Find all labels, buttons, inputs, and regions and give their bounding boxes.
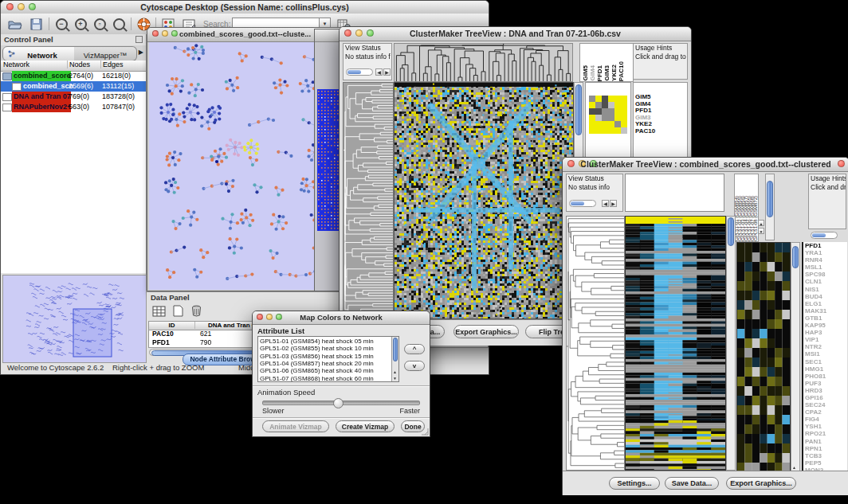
- tv2-gene-label[interactable]: NIS1: [803, 286, 847, 293]
- move-up-button[interactable]: ^: [404, 344, 425, 354]
- tv1-column-label[interactable]: PAC10: [618, 61, 625, 81]
- tv1-column-label[interactable]: GIM5: [582, 65, 589, 81]
- scroll-left-icon[interactable]: ◀: [375, 68, 383, 76]
- tv2-gene-label[interactable]: BUD4: [803, 293, 847, 300]
- tv2-gene-label[interactable]: PEP5: [803, 459, 847, 467]
- delete-attribute-icon[interactable]: [188, 303, 204, 318]
- network-table-header[interactable]: Network Nodes Edges: [1, 61, 146, 72]
- tv2-gene-label[interactable]: PFD1: [803, 242, 847, 249]
- attribute-list-item[interactable]: GPL51-01 (GSM854) heat shock 05 min: [260, 338, 374, 345]
- tv1-status-scrollbar[interactable]: [346, 68, 373, 76]
- scroll-down-icon[interactable]: ▼: [393, 376, 397, 381]
- network-row[interactable]: combined_sco2569(6)13112(15): [1, 81, 146, 92]
- tv2-gene-label[interactable]: CPA2: [803, 408, 847, 416]
- tv2-gene-label[interactable]: HAP3: [803, 329, 847, 336]
- tv2-gene-label[interactable]: HRD3: [803, 387, 847, 394]
- attribute-list-vscrollbar[interactable]: ▲ ▼: [391, 337, 398, 381]
- tv2-gene-label[interactable]: SEC1: [803, 358, 847, 365]
- tv2-row-dendrogram[interactable]: [566, 216, 625, 471]
- attribute-list[interactable]: ▲ ▼ GPL51-01 (GSM854) heat shock 05 minG…: [257, 336, 399, 382]
- tv2-heatmap-vscrollbar[interactable]: [726, 216, 736, 471]
- zoom-in-icon[interactable]: +: [73, 17, 88, 32]
- tv1-column-label[interactable]: PFD1: [596, 65, 603, 81]
- attribute-list-item[interactable]: GPL51-03 (GSM856) heat shock 15 min: [260, 353, 374, 360]
- tv2-heatmap[interactable]: [625, 216, 726, 471]
- tv2-column-label[interactable]: GPL51-08 (GSM872): [754, 196, 757, 241]
- tv1-column-label[interactable]: GIM3: [603, 65, 610, 81]
- tv2-gene-label[interactable]: SEC24: [803, 401, 847, 408]
- tv2-gene-label[interactable]: ELG1: [803, 300, 847, 307]
- network-row[interactable]: RNAPuberNov2+|563(0)107847(0): [1, 102, 146, 112]
- tv2-gene-label[interactable]: PAN1: [803, 438, 847, 445]
- scroll-left-icon[interactable]: ◀: [602, 200, 609, 207]
- tv1-column-label[interactable]: GIM4: [589, 65, 596, 81]
- resize-grip-icon[interactable]: [422, 428, 429, 436]
- tv1-export-graphics--button[interactable]: Export Graphics...: [453, 325, 519, 338]
- tv2-column-dendrogram[interactable]: [625, 174, 724, 212]
- tv2-gene-label[interactable]: MSI1: [803, 350, 847, 357]
- tv1-column-label[interactable]: YKE2: [610, 64, 618, 81]
- attribute-list-item[interactable]: GPL51-06 (GSM865) heat shock 40 min: [260, 367, 374, 374]
- tv2-gene-label[interactable]: PHO81: [803, 373, 847, 380]
- tv2-zoom-heatmap[interactable]: [736, 242, 791, 471]
- tv2-labels-vscrollbar[interactable]: [765, 174, 775, 240]
- open-file-icon[interactable]: [7, 17, 23, 32]
- create-attribute-icon[interactable]: [170, 303, 186, 318]
- tv2-gene-label[interactable]: TCB3: [803, 452, 847, 459]
- tv2-gene-label[interactable]: NTR2: [803, 343, 847, 350]
- tab-vizmapper[interactable]: VizMapper™: [74, 46, 137, 61]
- tv1-column-dendrogram[interactable]: [394, 43, 573, 82]
- tv2-export-graphics--button[interactable]: Export Graphics...: [726, 477, 796, 490]
- save-session-icon[interactable]: [28, 17, 44, 32]
- tv2-gene-label[interactable]: KAP95: [803, 322, 847, 329]
- network-canvas[interactable]: [149, 42, 341, 290]
- move-down-button[interactable]: v: [404, 361, 425, 371]
- tv2-settings--button[interactable]: Settings...: [609, 477, 660, 490]
- network-row[interactable]: combined_scores2764(0)16218(0): [1, 71, 146, 81]
- tv2-gene-label[interactable]: RPN1: [803, 445, 847, 452]
- tv2-gene-label[interactable]: RPO21: [803, 430, 847, 437]
- scroll-up-icon[interactable]: ▲: [758, 220, 764, 226]
- tv2-save-data--button[interactable]: Save Data...: [665, 477, 719, 490]
- main-title-bar[interactable]: Cytoscape Desktop (Session Name: collins…: [1, 1, 489, 14]
- tv2-gene-label[interactable]: SPC98: [803, 271, 847, 278]
- animation-speed-slider[interactable]: [262, 400, 420, 405]
- tv2-gene-label[interactable]: FIG4: [803, 416, 847, 423]
- tv2-gene-label[interactable]: MAK31: [803, 307, 847, 315]
- slider-thumb[interactable]: [333, 398, 344, 408]
- tv2-gene-label[interactable]: MSL1: [803, 264, 847, 271]
- tv2-gene-label[interactable]: GTB1: [803, 315, 847, 322]
- attribute-list-item[interactable]: GPL51-02 (GSM855) heat shock 10 min: [260, 345, 374, 352]
- scroll-up-icon[interactable]: ▲: [792, 465, 796, 470]
- zoom-selected-icon[interactable]: ▫: [92, 17, 108, 32]
- tv2-gene-label[interactable]: RNR4: [803, 256, 847, 264]
- scroll-right-icon[interactable]: ▶: [383, 68, 391, 76]
- tv2-gene-label[interactable]: YRA1: [803, 249, 847, 256]
- attribute-list-item[interactable]: GPL51-07 (GSM868) heat shock 60 min: [260, 375, 374, 382]
- tv1-zoom-matrix[interactable]: [589, 96, 627, 134]
- zoom-actual-icon[interactable]: [111, 17, 127, 32]
- scroll-up-icon[interactable]: ▲: [393, 369, 397, 374]
- zoom-out-icon[interactable]: −: [53, 17, 69, 32]
- tv2-gene-label[interactable]: YSH1: [803, 423, 847, 430]
- select-attributes-icon[interactable]: [151, 303, 167, 318]
- tab-network[interactable]: Network: [2, 46, 76, 61]
- scroll-right-icon[interactable]: ▶: [610, 200, 617, 207]
- tv2-gene-label[interactable]: PUF3: [803, 380, 847, 387]
- attribute-list-item[interactable]: GPL51-04 (GSM857) heat shock 20 min: [260, 360, 374, 367]
- tv2-gene-label[interactable]: VIP1: [803, 336, 847, 343]
- tv2-status-scrollbar[interactable]: [569, 200, 596, 207]
- tv2-hints-scrollbar[interactable]: [811, 232, 838, 239]
- scroll-down-icon[interactable]: ▼: [758, 228, 764, 234]
- tv2-genes-vscrollbar[interactable]: ▲: [791, 242, 800, 471]
- float-panel-icon[interactable]: [135, 36, 143, 43]
- tv1-row-dendrogram[interactable]: [343, 82, 394, 319]
- tv2-gene-label[interactable]: GPI16: [803, 394, 847, 401]
- tv2-gene-label[interactable]: CLN1: [803, 278, 847, 285]
- tv1-heatmap[interactable]: [394, 82, 574, 319]
- network-row[interactable]: DNA and Tran 07769(0)183728(0): [1, 92, 146, 102]
- tab-overflow-icon[interactable]: ▶: [139, 49, 143, 56]
- network-overview-thumbnail[interactable]: [2, 275, 147, 363]
- tv2-gene-label[interactable]: HMG1: [803, 365, 847, 373]
- tv1-row-label[interactable]: PAC10: [634, 128, 687, 135]
